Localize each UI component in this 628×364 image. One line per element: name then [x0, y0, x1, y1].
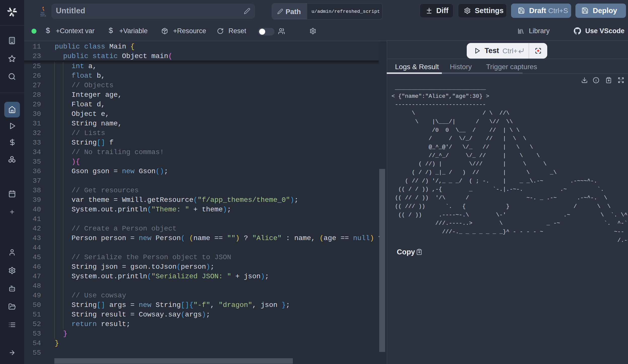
svg-text:Java: Java [40, 14, 46, 17]
